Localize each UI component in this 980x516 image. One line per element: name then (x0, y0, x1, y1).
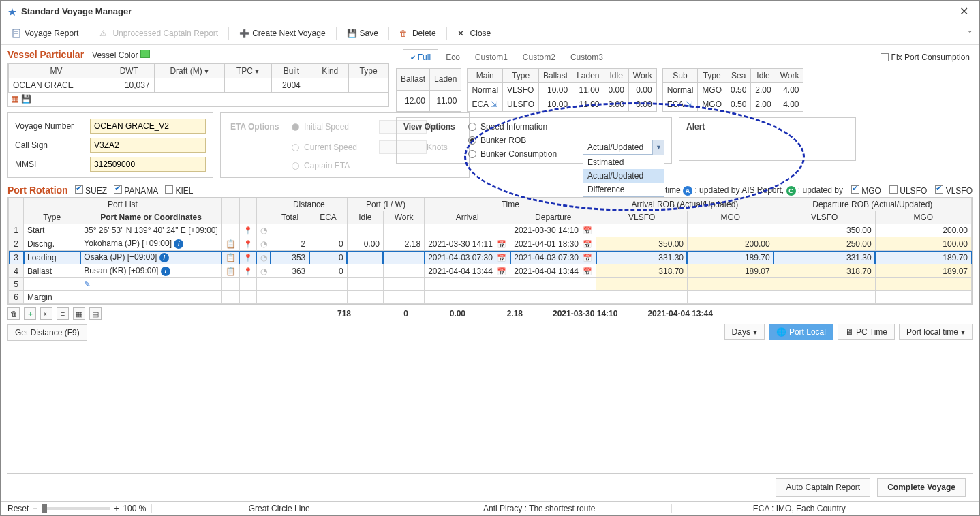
tab-custom2[interactable]: Custom2 (515, 49, 563, 65)
table-row[interactable]: 4BallastBusan (KR) [+09:00] i📋📍◔36302021… (9, 264, 972, 278)
eta-initial-label: Initial Speed (304, 122, 379, 132)
chevron-down-icon: ▾ (753, 327, 757, 337)
pin-icon[interactable]: 📍 (243, 240, 253, 248)
status-gcl[interactable]: Great Circle Line (151, 504, 406, 513)
globe-icon: 🌐 (776, 327, 786, 337)
chevron-down-icon: ▾ (961, 327, 965, 337)
row-tool-2[interactable]: ≡ (57, 307, 69, 320)
dropdown-opt-estimated[interactable]: Estimated (583, 155, 664, 169)
info-icon[interactable]: i (161, 267, 170, 276)
calendar-icon[interactable]: 📅 (583, 226, 592, 234)
create-icon: ➕ (239, 29, 249, 38)
zoom-out-icon[interactable]: − (33, 504, 37, 513)
row-tool-1[interactable]: ⇤ (40, 307, 52, 320)
kiel-checkbox[interactable] (165, 185, 173, 194)
rob-type-dropdown[interactable]: Actual/Updated ▼ Estimated Actual/Update… (583, 140, 664, 155)
gauge-icon[interactable]: ◔ (260, 239, 267, 249)
sub-consumption-table: SubTypeSeaIdleWork NormalMGO0.502.004.00… (662, 68, 804, 112)
zoom-in-icon[interactable]: + (114, 504, 119, 513)
call-sign-label: Call Sign (15, 140, 90, 150)
info-icon[interactable]: i (174, 239, 183, 249)
bunker-cons-radio[interactable] (468, 150, 476, 158)
pin-icon[interactable]: 📍 (243, 267, 253, 275)
call-sign-input[interactable] (90, 138, 206, 153)
gauge-icon[interactable]: ◔ (260, 253, 267, 262)
col-tpc[interactable]: TPC ▾ (224, 64, 271, 78)
clipboard-icon[interactable]: 📋 (226, 253, 236, 262)
info-icon[interactable]: i (159, 253, 169, 262)
mgo-checkbox[interactable] (851, 185, 859, 194)
eca-link-icon-2[interactable]: ⇲ (686, 100, 692, 109)
vessel-particular-title: Vessel Particular (7, 49, 84, 60)
row-delete-button[interactable]: 🗑 (7, 307, 20, 320)
gauge-icon[interactable]: ◔ (260, 226, 267, 235)
pin-icon[interactable]: 📍 (243, 226, 253, 234)
zoom-slider[interactable] (42, 507, 110, 510)
bunker-rob-radio[interactable] (468, 136, 476, 145)
table-mini-icon-1[interactable]: ▦ (11, 94, 18, 104)
calendar-icon[interactable]: 📅 (497, 267, 506, 275)
fix-port-consumption-checkbox[interactable] (881, 53, 889, 61)
close-button[interactable]: ✕Close (450, 25, 498, 42)
vessel-color-chip[interactable] (140, 50, 150, 58)
calendar-icon[interactable]: 📅 (497, 240, 506, 248)
calendar-icon[interactable]: 📅 (497, 254, 506, 262)
window-title: Standard Voyage Manager (21, 6, 955, 16)
gauge-icon[interactable]: ◔ (260, 267, 267, 276)
clipboard-icon[interactable]: 📋 (226, 239, 236, 249)
dropdown-button-icon[interactable]: ▼ (652, 140, 664, 155)
row-tool-3[interactable]: ▦ (73, 307, 85, 320)
calendar-icon[interactable]: 📅 (583, 240, 592, 248)
calendar-icon[interactable]: 📅 (583, 254, 592, 262)
port-local-time-dropdown[interactable]: Port local time ▾ (899, 324, 973, 340)
tab-custom1[interactable]: Custom1 (468, 49, 515, 65)
port-rotation-title: Port Rotation (7, 185, 68, 196)
vessel-row: OCEAN GRACE 10,037 2004 (9, 78, 388, 93)
get-distance-button[interactable]: Get Distance (F9) (7, 324, 87, 341)
clipboard-icon[interactable]: 📋 (226, 267, 236, 276)
edit-icon[interactable]: ✎ (84, 279, 91, 289)
row-tool-4[interactable]: ▤ (89, 307, 102, 320)
table-row[interactable]: 5 ✎ (9, 278, 972, 291)
create-next-voyage-button[interactable]: ➕Create Next Voyage (232, 25, 332, 42)
complete-voyage-button[interactable]: Complete Voyage (877, 478, 966, 497)
table-row[interactable]: 2Dischg.Yokohama (JP) [+09:00] i📋📍◔200.0… (9, 237, 972, 251)
ulsfo-checkbox[interactable] (889, 185, 898, 194)
status-antipiracy[interactable]: Anti Piracy : The shortest route (412, 504, 667, 513)
auto-captain-report-button[interactable]: Auto Captain Report (776, 478, 870, 497)
tab-full[interactable]: Full (403, 49, 438, 65)
port-rotation-table[interactable]: Port List Distance Port (I / W) Time Arr… (8, 198, 972, 304)
window-close-button[interactable]: ✕ (955, 5, 973, 18)
delete-button[interactable]: 🗑Delete (393, 25, 443, 42)
tab-eco[interactable]: Eco (438, 49, 468, 65)
speed-info-radio[interactable] (468, 123, 476, 131)
table-mini-icon-2[interactable]: 💾 (21, 94, 31, 104)
calendar-icon[interactable]: 📅 (583, 267, 592, 275)
suez-checkbox[interactable] (75, 185, 83, 194)
pc-time-button[interactable]: 🖥PC Time (838, 324, 895, 340)
vlsfo-checkbox[interactable] (935, 185, 943, 194)
pin-icon[interactable]: 📍 (243, 254, 253, 262)
port-local-button[interactable]: 🌐Port Local (769, 324, 833, 340)
dropdown-opt-difference[interactable]: Difference (583, 183, 664, 196)
eca-link-icon[interactable]: ⇲ (491, 100, 497, 109)
panama-checkbox[interactable] (114, 185, 122, 194)
days-dropdown[interactable]: Days ▾ (724, 324, 765, 340)
zoom-control[interactable]: Reset − + 100 % (7, 504, 146, 513)
voyage-report-button[interactable]: Voyage Report (5, 25, 85, 42)
table-row[interactable]: 1Start35° 26' 53" N 139° 40' 24" E [+09:… (9, 224, 972, 237)
save-button[interactable]: 💾Save (340, 25, 385, 42)
mmsi-input[interactable] (90, 157, 206, 172)
voyage-number-input[interactable] (90, 119, 206, 134)
bunker-rob-label: Bunker ROB (480, 136, 583, 145)
status-eca[interactable]: ECA : IMO, Each Country (671, 504, 926, 513)
row-add-button[interactable]: ＋ (24, 307, 36, 320)
col-draft[interactable]: Draft (M) ▾ (154, 64, 224, 78)
eta-title: ETA Options (230, 122, 292, 132)
tab-custom3[interactable]: Custom3 (563, 49, 611, 65)
toolbar-expand-icon[interactable]: ⌄ (967, 27, 973, 34)
dropdown-opt-actual[interactable]: Actual/Updated (583, 169, 664, 183)
zoom-reset[interactable]: Reset (7, 504, 29, 513)
table-row[interactable]: 3LoadingOsaka (JP) [+09:00] i📋📍◔35302021… (9, 251, 972, 264)
table-row[interactable]: 6Margin (9, 291, 972, 304)
